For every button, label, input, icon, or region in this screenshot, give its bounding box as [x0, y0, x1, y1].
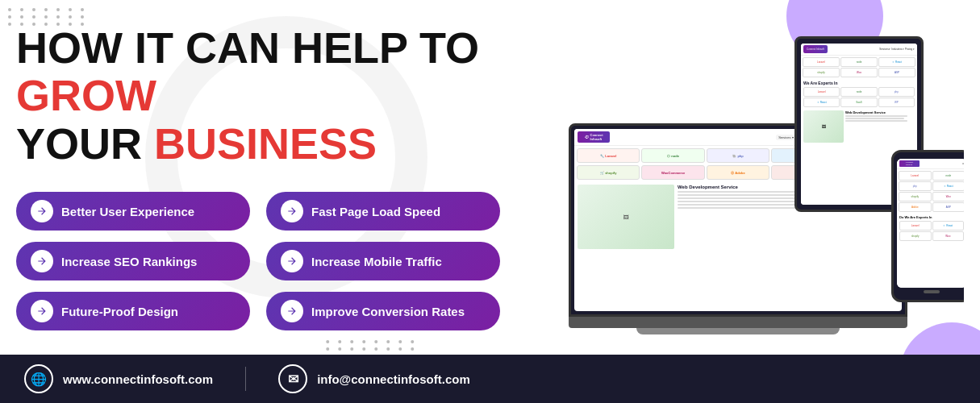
- phone-mockup: ConnectInfosoft ≡ Laravel node php ⚛ Rea…: [891, 150, 964, 302]
- headline-grow: GROW: [16, 71, 156, 119]
- email-icon: ✉: [278, 364, 307, 393]
- laptop-stand: [636, 328, 840, 334]
- features-grid: Better User Experience Fast Page Load Sp…: [16, 192, 500, 330]
- arrow-icon: [281, 300, 303, 322]
- phone-screen: ConnectInfosoft ≡ Laravel node php ⚛ Rea…: [897, 159, 964, 288]
- feature-label: Fast Page Load Speed: [311, 205, 440, 218]
- feature-label: Future-Proof Design: [61, 305, 178, 318]
- headline-business: BUSINESS: [154, 119, 377, 168]
- arrow-icon: [31, 250, 53, 272]
- footer-website-text: www.connectinfosoft.com: [63, 372, 213, 386]
- main-content: HOW IT CAN HELP TO GROW YOUR BUSINESS Be…: [0, 0, 980, 339]
- feature-btn-conversion[interactable]: Improve Conversion Rates: [266, 292, 500, 330]
- footer-email: ✉ info@connectinfosoft.com: [278, 364, 470, 393]
- footer: 🌐 www.connectinfosoft.com ✉ info@connect…: [0, 355, 980, 403]
- headline-part2: YOUR: [16, 119, 142, 168]
- screen-logo: ⏱ ConnectInfosoft: [578, 131, 610, 143]
- phone-frame: ConnectInfosoft ≡ Laravel node php ⚛ Rea…: [891, 150, 964, 302]
- page-container: HOW IT CAN HELP TO GROW YOUR BUSINESS Be…: [0, 0, 980, 403]
- feature-label: Better User Experience: [61, 205, 194, 218]
- phone-home-button: [924, 290, 940, 293]
- feature-btn-mobile[interactable]: Increase Mobile Traffic: [266, 242, 500, 280]
- headline-part1: HOW IT CAN HELP TO: [16, 23, 479, 72]
- arrow-icon: [31, 200, 53, 222]
- headline: HOW IT CAN HELP TO GROW YOUR BUSINESS: [16, 24, 516, 168]
- feature-label: Increase SEO Rankings: [61, 255, 197, 268]
- globe-icon: 🌐: [24, 364, 53, 393]
- left-section: HOW IT CAN HELP TO GROW YOUR BUSINESS Be…: [16, 16, 516, 330]
- arrow-icon: [31, 300, 53, 322]
- feature-label: Improve Conversion Rates: [311, 305, 465, 318]
- feature-btn-seo[interactable]: Increase SEO Rankings: [16, 242, 250, 280]
- device-mockup: ⏱ ConnectInfosoft Services ▾ Industries …: [569, 20, 964, 334]
- feature-label: Increase Mobile Traffic: [311, 255, 442, 268]
- laptop-base: [569, 317, 907, 328]
- footer-divider: [245, 367, 246, 391]
- right-section: ⏱ ConnectInfosoft Services ▾ Industries …: [516, 16, 964, 355]
- arrow-icon: [281, 200, 303, 222]
- footer-email-text: info@connectinfosoft.com: [317, 372, 470, 386]
- feature-btn-better-ux[interactable]: Better User Experience: [16, 192, 250, 231]
- arrow-icon: [281, 250, 303, 272]
- feature-btn-fast-page[interactable]: Fast Page Load Speed: [266, 192, 500, 231]
- footer-website: 🌐 www.connectinfosoft.com: [24, 364, 213, 393]
- feature-btn-future-proof[interactable]: Future-Proof Design: [16, 292, 250, 330]
- screen-body-image: 🖼: [578, 185, 674, 249]
